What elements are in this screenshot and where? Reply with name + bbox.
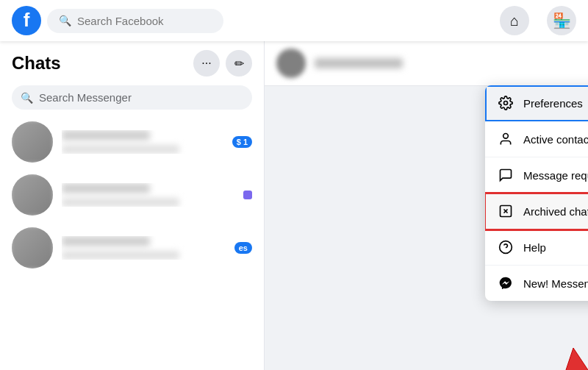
chat-preview — [62, 198, 179, 207]
new-message-button[interactable]: ✏ — [226, 50, 252, 77]
help-label: Help — [523, 241, 546, 254]
archived-chats-label: Archived chats — [523, 205, 588, 218]
search-icon-nav: 🔍 — [59, 15, 71, 26]
main-layout: Chats ··· ✏ 🔍 Search Messenger $ — [0, 41, 588, 370]
store-button[interactable]: 🏪 — [547, 6, 576, 35]
chat-name — [62, 183, 150, 193]
menu-item-preferences[interactable]: Preferences — [485, 85, 588, 121]
chat-preview — [62, 145, 179, 154]
more-options-icon: ··· — [201, 57, 211, 70]
chat-name — [62, 130, 150, 140]
chat-preview — [62, 251, 179, 260]
search-messenger-icon: 🔍 — [21, 92, 33, 104]
chat-info — [62, 130, 223, 154]
avatar — [12, 227, 53, 268]
conversation-header — [265, 41, 588, 86]
svg-point-0 — [504, 102, 508, 105]
purple-badge — [243, 191, 252, 199]
avatar — [12, 121, 53, 163]
dropdown-menu: Preferences Active contacts Message — [485, 85, 588, 301]
archived-chats-icon — [497, 202, 514, 220]
search-messenger-placeholder: Search Messenger — [39, 91, 132, 104]
chat-item[interactable]: es — [0, 221, 264, 274]
svg-marker-7 — [559, 348, 588, 370]
chat-info — [62, 183, 234, 207]
avatar — [12, 174, 53, 216]
chats-sidebar: Chats ··· ✏ 🔍 Search Messenger $ — [0, 41, 265, 370]
menu-item-active-contacts[interactable]: Active contacts — [485, 121, 588, 157]
chat-list: $ 1 — [0, 115, 264, 370]
menu-item-help[interactable]: Help — [485, 230, 588, 266]
search-facebook-input[interactable] — [77, 15, 212, 27]
facebook-logo-letter: f — [24, 10, 30, 29]
chat-info — [62, 236, 226, 260]
help-icon — [497, 238, 514, 256]
chats-title: Chats — [12, 53, 187, 74]
conversation-avatar — [276, 49, 306, 78]
chat-name — [62, 236, 150, 246]
navbar-right: ⌂ 🏪 — [500, 6, 576, 35]
new-message-icon: ✏ — [234, 57, 244, 71]
search-messenger[interactable]: 🔍 Search Messenger — [12, 85, 252, 110]
chat-badge: es — [234, 242, 252, 254]
chat-item[interactable]: $ 1 — [0, 115, 264, 168]
menu-item-new-messenger[interactable]: New! Messenger for... — [485, 266, 588, 301]
conversation-name — [315, 58, 403, 68]
preferences-label: Preferences — [523, 97, 583, 110]
chats-header: Chats ··· ✏ — [0, 41, 264, 82]
home-icon: ⌂ — [510, 13, 519, 29]
message-requests-label: Message requests — [523, 169, 588, 182]
store-icon: 🏪 — [553, 12, 571, 29]
message-requests-icon — [497, 166, 514, 184]
menu-item-archived-chats[interactable]: Archived chats — [485, 193, 588, 230]
active-contacts-icon — [497, 130, 514, 148]
chat-badge: $ 1 — [232, 136, 252, 148]
new-messenger-label: New! Messenger for... — [523, 277, 588, 290]
new-messenger-icon — [497, 274, 514, 292]
chat-item[interactable] — [0, 168, 264, 221]
preferences-icon — [497, 94, 514, 112]
more-options-button[interactable]: ··· — [193, 50, 220, 77]
active-contacts-label: Active contacts — [523, 133, 588, 146]
navbar: f 🔍 ⌂ 🏪 — [0, 0, 588, 41]
svg-point-1 — [503, 134, 509, 139]
menu-item-message-requests[interactable]: Message requests — [485, 157, 588, 193]
home-button[interactable]: ⌂ — [500, 6, 529, 35]
search-bar[interactable]: 🔍 — [47, 9, 223, 33]
facebook-logo[interactable]: f — [12, 6, 41, 35]
right-content: Preferences Active contacts Message — [265, 41, 588, 370]
